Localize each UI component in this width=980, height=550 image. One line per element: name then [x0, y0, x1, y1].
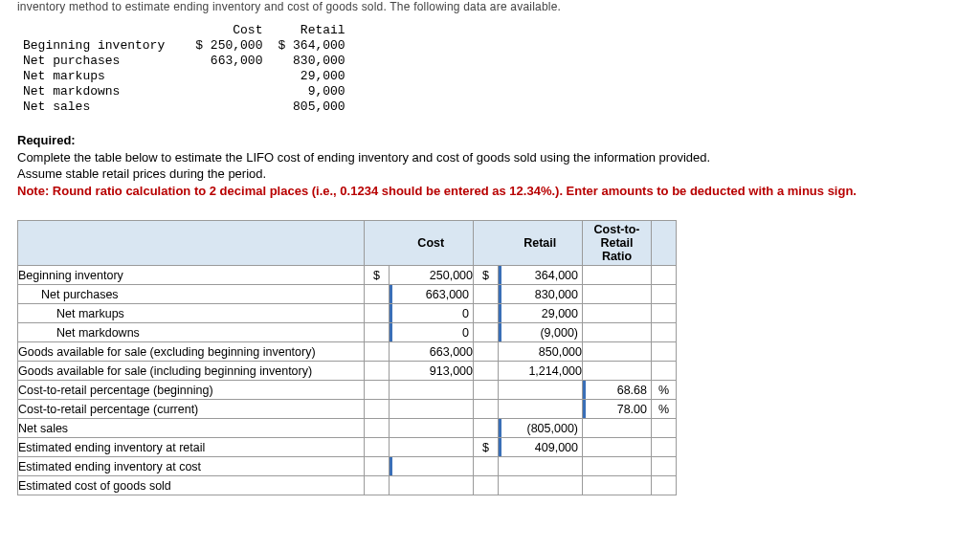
- currency-symbol: [365, 476, 390, 495]
- given-cell: [188, 69, 270, 84]
- row-label: Estimated ending inventory at retail: [18, 438, 365, 457]
- currency-symbol: $: [474, 266, 499, 285]
- currency-symbol: [474, 342, 499, 362]
- currency-symbol: [474, 381, 499, 400]
- currency-symbol: [365, 419, 390, 438]
- col-blank: [18, 221, 365, 266]
- row-label: Cost-to-retail percentage (beginning): [18, 381, 365, 400]
- retail-cell[interactable]: 830,000: [499, 285, 583, 304]
- given-row-label: Net sales: [23, 99, 188, 115]
- cost-cell: [390, 419, 474, 438]
- table-row: Net markups029,000: [18, 304, 677, 323]
- given-cell: 9,000: [270, 84, 352, 99]
- row-label: Beginning inventory: [18, 266, 365, 285]
- given-cell: [188, 84, 270, 99]
- cost-cell: [390, 476, 474, 495]
- row-label: Estimated cost of goods sold: [18, 476, 365, 495]
- ratio-cell[interactable]: 68.68: [583, 381, 652, 400]
- row-label: Goods available for sale (including begi…: [18, 362, 365, 381]
- currency-symbol: [474, 304, 499, 323]
- percent-symbol: [652, 266, 677, 285]
- row-label: Net markups: [18, 304, 365, 323]
- currency-symbol: [365, 323, 390, 342]
- cost-cell[interactable]: 0: [390, 304, 474, 323]
- row-label: Cost-to-retail percentage (current): [18, 400, 365, 419]
- currency-symbol: [365, 381, 390, 400]
- ratio-cell: [583, 476, 652, 495]
- row-label: Net markdowns: [18, 323, 365, 342]
- required-heading: Required:: [17, 133, 76, 147]
- given-cell: 830,000: [270, 54, 352, 69]
- row-label: Goods available for sale (excluding begi…: [18, 342, 365, 362]
- ratio-cell: [583, 304, 652, 323]
- given-col-retail: Retail: [270, 23, 352, 38]
- percent-symbol: [652, 438, 677, 457]
- retail-cell[interactable]: 364,000: [499, 266, 583, 285]
- retail-cell: [499, 381, 583, 400]
- table-row: Beginning inventory$250,000$364,000: [18, 266, 677, 285]
- retail-cell[interactable]: 409,000: [499, 438, 583, 457]
- cost-cell: 250,000: [390, 266, 474, 285]
- retail-cell[interactable]: (9,000): [499, 323, 583, 342]
- instructions-block: Required: Complete the table below to es…: [17, 132, 963, 199]
- currency-symbol: [474, 476, 499, 495]
- row-label: Estimated ending inventory at cost: [18, 457, 365, 476]
- cost-cell: [390, 438, 474, 457]
- percent-symbol: %: [652, 400, 677, 419]
- cost-cell: 663,000: [390, 342, 474, 362]
- cost-cell[interactable]: [390, 457, 474, 476]
- currency-symbol: [365, 400, 390, 419]
- retail-cell: [499, 457, 583, 476]
- currency-symbol: [365, 342, 390, 362]
- currency-symbol: [474, 457, 499, 476]
- retail-cell: [499, 400, 583, 419]
- table-row: Goods available for sale (including begi…: [18, 362, 677, 381]
- row-label: Net sales: [18, 419, 365, 438]
- ratio-cell: [583, 266, 652, 285]
- given-data-table: Cost Retail Beginning inventory$ 250,000…: [23, 23, 353, 115]
- ratio-cell: [583, 342, 652, 362]
- retail-cell[interactable]: 29,000: [499, 304, 583, 323]
- col-blank: [365, 221, 390, 266]
- percent-symbol: %: [652, 381, 677, 400]
- table-row: Estimated ending inventory at cost: [18, 457, 677, 476]
- cost-cell: [390, 381, 474, 400]
- currency-symbol: [474, 285, 499, 304]
- retail-cell: [499, 476, 583, 495]
- ratio-cell[interactable]: 78.00: [583, 400, 652, 419]
- percent-symbol: [652, 362, 677, 381]
- table-row: Cost-to-retail percentage (beginning)68.…: [18, 381, 677, 400]
- ratio-cell: [583, 419, 652, 438]
- currency-symbol: [365, 457, 390, 476]
- cost-cell[interactable]: 663,000: [390, 285, 474, 304]
- currency-symbol: [474, 419, 499, 438]
- currency-symbol: $: [365, 266, 390, 285]
- ratio-cell: [583, 285, 652, 304]
- currency-symbol: [474, 362, 499, 381]
- col-ratio-line1: Cost-to-Retail: [594, 223, 640, 250]
- ratio-cell: [583, 457, 652, 476]
- ratio-cell: [583, 323, 652, 342]
- col-retail: Retail: [499, 221, 583, 266]
- currency-symbol: $: [474, 438, 499, 457]
- percent-symbol: [652, 419, 677, 438]
- required-note: Note: Round ratio calculation to 2 decim…: [17, 184, 857, 198]
- currency-symbol: [474, 400, 499, 419]
- cost-cell[interactable]: 0: [390, 323, 474, 342]
- col-cost: Cost: [390, 221, 474, 266]
- currency-symbol: [474, 323, 499, 342]
- worksheet-table: Cost Retail Cost-to-Retail Ratio Beginni…: [17, 220, 677, 495]
- table-row: Estimated ending inventory at retail$409…: [18, 438, 677, 457]
- cost-cell: [390, 400, 474, 419]
- given-row-label: Beginning inventory: [23, 38, 188, 54]
- row-label: Net purchases: [18, 285, 365, 304]
- given-cell: 663,000: [188, 54, 270, 69]
- col-blank: [652, 221, 677, 266]
- cost-cell: 913,000: [390, 362, 474, 381]
- given-cell: 29,000: [270, 69, 352, 84]
- currency-symbol: [365, 304, 390, 323]
- retail-cell[interactable]: (805,000): [499, 419, 583, 438]
- required-line-2: Assume stable retail prices during the p…: [17, 166, 266, 181]
- currency-symbol: [365, 362, 390, 381]
- given-cell: $ 250,000: [188, 38, 270, 54]
